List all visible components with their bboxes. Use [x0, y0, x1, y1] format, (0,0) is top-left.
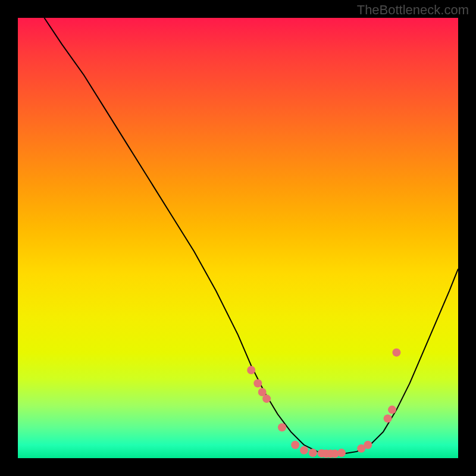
data-point [291, 441, 299, 449]
watermark-text: TheBottleneck.com [357, 2, 469, 18]
data-point [278, 423, 286, 431]
bottleneck-curve [44, 18, 458, 454]
data-point [384, 414, 392, 422]
highlight-points [247, 348, 400, 458]
data-point [309, 449, 317, 457]
chart-svg [18, 18, 458, 458]
chart-plot-area [18, 18, 458, 458]
data-point [253, 379, 262, 387]
data-point [337, 449, 346, 457]
data-point [364, 441, 372, 449]
data-point [392, 348, 400, 356]
data-point [388, 406, 396, 414]
data-point [300, 446, 308, 455]
data-point [262, 394, 271, 403]
data-point [247, 366, 255, 374]
